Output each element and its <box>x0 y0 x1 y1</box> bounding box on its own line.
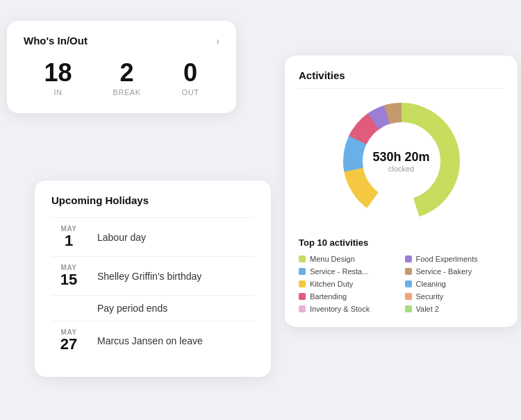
activities-card: Activities 530h 20 <box>285 56 518 327</box>
list-item: MAY 1 Labour day <box>51 217 254 256</box>
legend-label: Kitchen Duty <box>310 280 353 288</box>
stat-out: 0 OUT <box>182 60 199 96</box>
legend-label: Cleaning <box>416 280 446 288</box>
list-item: MAY 27 Marcus Jansen on leave <box>51 321 254 360</box>
legend-color-dot <box>405 255 412 262</box>
list-item: Inventory & Stock <box>299 305 398 313</box>
whos-inout-card: Who's In/Out › 18 IN 2 BREAK 0 OUT <box>7 21 236 113</box>
holiday-date-1: MAY 1 <box>51 225 86 249</box>
list-item: Cleaning <box>405 280 504 288</box>
donut-label: clocked <box>372 165 429 173</box>
donut-center: 530h 20m clocked <box>372 150 429 173</box>
stat-break: 2 BREAK <box>113 60 141 96</box>
list-item: Security <box>405 292 504 301</box>
legend-color-dot <box>299 280 306 287</box>
legend-color-dot <box>405 305 412 312</box>
stat-in-number: 18 <box>44 60 72 85</box>
holiday-name-2: Shelley Griffin's birthday <box>97 271 201 282</box>
donut-time: 530h 20m <box>372 150 429 165</box>
whos-header: Who's In/Out › <box>24 35 220 47</box>
whos-stats: 18 IN 2 BREAK 0 OUT <box>24 60 220 96</box>
list-item: Kitchen Duty <box>299 280 398 288</box>
stat-in-label: IN <box>44 88 72 96</box>
stat-break-label: BREAK <box>113 88 141 96</box>
chevron-right-icon[interactable]: › <box>216 35 220 47</box>
stat-out-number: 0 <box>182 60 199 85</box>
legend-color-dot <box>405 268 412 275</box>
date-day: 1 <box>51 233 86 249</box>
legend-label: Food Experiments <box>416 255 478 263</box>
list-item: Valet 2 <box>405 305 504 313</box>
legend-label: Service - Bakery <box>416 267 472 276</box>
stat-in: 18 IN <box>44 60 72 96</box>
list-item: Food Experiments <box>405 255 504 263</box>
legend-label: Valet 2 <box>416 305 439 313</box>
list-item: Service - Bakery <box>405 267 504 276</box>
activities-title: Activities <box>299 69 504 89</box>
legend-label: Security <box>416 292 444 301</box>
holidays-title: Upcoming Holidays <box>51 194 254 206</box>
legend-label: Inventory & Stock <box>310 305 370 313</box>
legend-color-dot <box>299 268 306 275</box>
whos-title: Who's In/Out <box>24 35 88 47</box>
holidays-card: Upcoming Holidays MAY 1 Labour day MAY 1… <box>35 180 271 377</box>
holiday-name-1: Labour day <box>97 232 146 243</box>
legend-color-dot <box>299 305 306 312</box>
holiday-name-4: Marcus Jansen on leave <box>97 335 203 346</box>
legend-color-dot <box>405 293 412 300</box>
list-item: MAY 15 Shelley Griffin's birthday <box>51 256 254 295</box>
date-day: 27 <box>51 336 86 353</box>
legend-label: Bartending <box>310 292 347 301</box>
list-item: Pay period ends <box>51 295 254 321</box>
holiday-name-3: Pay period ends <box>97 303 167 314</box>
donut-chart-container: 530h 20m clocked <box>299 99 504 224</box>
donut-wrapper: 530h 20m clocked <box>339 99 464 224</box>
stat-out-label: OUT <box>182 88 199 96</box>
list-item: Service - Resta... <box>299 267 398 276</box>
list-item: Bartending <box>299 292 398 301</box>
list-item: Menu Design <box>299 255 398 263</box>
holiday-date-4: MAY 27 <box>51 328 86 353</box>
legend-color-dot <box>299 255 306 262</box>
legend-label: Service - Resta... <box>310 267 368 276</box>
legend-color-dot <box>405 280 412 287</box>
legend-title: Top 10 activities <box>299 237 504 248</box>
date-day: 15 <box>51 271 86 288</box>
legend-label: Menu Design <box>310 255 355 263</box>
stat-break-number: 2 <box>113 60 141 85</box>
legend-color-dot <box>299 293 306 300</box>
holiday-date-2: MAY 15 <box>51 264 86 288</box>
legend-grid: Menu Design Food Experiments Service - R… <box>299 255 504 313</box>
